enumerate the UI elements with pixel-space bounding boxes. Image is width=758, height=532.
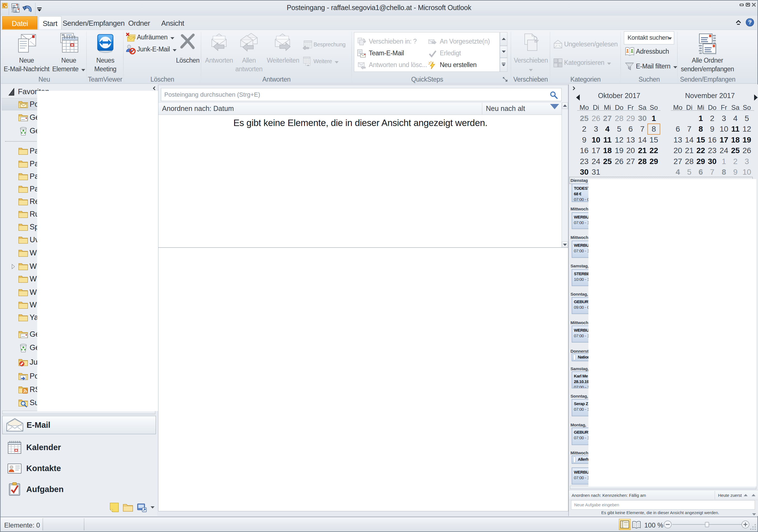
new-meeting-button[interactable]: Neues Meeting bbox=[88, 30, 123, 75]
appointment-day-header[interactable]: Mittwoch bbox=[570, 320, 588, 325]
zoom-level-label[interactable]: 100 % bbox=[644, 521, 663, 529]
calendar-day[interactable]: 5 bbox=[613, 124, 625, 134]
arrange-by-label[interactable]: Anordnen nach: Datum bbox=[162, 104, 234, 113]
calendar-day[interactable]: 15 bbox=[648, 135, 660, 145]
task-arrange-label[interactable]: Anordnen nach: Kennzeichen: Fällig am bbox=[572, 493, 646, 498]
appointment-day-header[interactable]: Montag, bbox=[570, 422, 586, 427]
calendar-day[interactable]: 1 bbox=[718, 156, 730, 167]
module-button-email[interactable]: E-Mail bbox=[2, 416, 156, 434]
navpane-more-button[interactable] bbox=[150, 505, 156, 510]
send-receive-all-button[interactable]: Alle Ordner senden/empfangen bbox=[679, 30, 736, 75]
minimize-ribbon-button[interactable] bbox=[734, 18, 742, 27]
shortcuts-button[interactable] bbox=[137, 501, 148, 514]
kontakt-suchen-combo[interactable]: Kontakt suchen bbox=[624, 31, 674, 45]
calendar-day[interactable]: 23 bbox=[706, 145, 718, 156]
calendar-day[interactable]: 25 bbox=[578, 113, 590, 124]
list-scrollbar[interactable] bbox=[562, 103, 568, 248]
minimize-button[interactable] bbox=[740, 3, 744, 6]
calendar-day[interactable]: 27 bbox=[672, 156, 684, 167]
calendar-day[interactable]: 1 bbox=[648, 113, 660, 124]
tab-start[interactable]: Start bbox=[39, 16, 61, 30]
module-button-aufgaben[interactable]: Aufgaben bbox=[2, 480, 156, 498]
zoom-slider[interactable] bbox=[664, 520, 750, 529]
calendar-day[interactable]: 7 bbox=[683, 124, 695, 134]
calendar-day[interactable]: 16 bbox=[706, 135, 718, 145]
calendar-day[interactable]: 25 bbox=[730, 145, 741, 156]
calendar-day[interactable]: 13 bbox=[672, 135, 684, 145]
calendar-day[interactable]: 20 bbox=[625, 145, 637, 156]
calendar-day[interactable]: 21 bbox=[637, 145, 648, 156]
scroll-down-button[interactable] bbox=[562, 241, 568, 248]
quickstep-item[interactable]: An Vorgesetzte(n) bbox=[428, 36, 496, 48]
calendar-day[interactable]: 12 bbox=[613, 135, 625, 145]
calendar-day[interactable]: 11 bbox=[602, 135, 613, 145]
calendar-day[interactable]: 5 bbox=[741, 113, 753, 124]
task-scroll-down-icon[interactable] bbox=[751, 511, 757, 517]
expand-arrow-icon[interactable] bbox=[11, 263, 16, 270]
calendar-day[interactable]: 4 bbox=[602, 124, 613, 134]
calendar-day[interactable]: 7 bbox=[706, 167, 718, 177]
calendar-day[interactable]: 30 bbox=[706, 156, 718, 167]
task-sort-label[interactable]: Heute zuerst bbox=[718, 493, 742, 498]
quicksteps-scroll-up[interactable] bbox=[500, 32, 507, 46]
appointment-day-header[interactable]: Sonntag, bbox=[570, 292, 588, 297]
appointment-day-header[interactable]: Sonntag, bbox=[570, 394, 588, 399]
junk-button[interactable]: Junk-E-Mail bbox=[126, 44, 173, 55]
task-scroll-up-icon[interactable] bbox=[750, 493, 757, 498]
calendar-day[interactable]: 6 bbox=[695, 167, 706, 177]
calendar-day[interactable]: 2 bbox=[730, 156, 741, 167]
calendar-day[interactable]: 19 bbox=[741, 135, 753, 145]
list-header[interactable]: Anordnen nach: Datum Neu nach alt bbox=[158, 103, 563, 115]
appointment-day-header[interactable]: Mittwoch bbox=[570, 450, 588, 455]
calendar-day[interactable]: 6 bbox=[672, 124, 684, 134]
kategorisieren-button[interactable]: Kategorisieren bbox=[553, 57, 623, 68]
search-input[interactable]: Posteingang durchsuchen (Strg+E) bbox=[161, 88, 562, 101]
weiterleiten-button[interactable]: Weiterleiten bbox=[265, 30, 301, 75]
calendar-day[interactable]: 29 bbox=[625, 113, 637, 124]
task-list-header[interactable]: Anordnen nach: Kennzeichen: Fällig am He… bbox=[569, 490, 758, 500]
calendar-day[interactable]: 28 bbox=[637, 156, 648, 167]
verschieben-button[interactable]: Verschieben bbox=[512, 30, 550, 75]
quickstep-item[interactable]: Verschieben in: ? bbox=[357, 36, 425, 48]
calendar-day[interactable]: 25 bbox=[602, 156, 613, 167]
help-button[interactable]: ? bbox=[745, 18, 754, 27]
besprechung-button[interactable]: Besprechung bbox=[302, 39, 351, 50]
collapse-todobar-button[interactable] bbox=[572, 86, 576, 91]
calendar-day[interactable]: 2 bbox=[578, 124, 590, 134]
calendar-day[interactable]: 10 bbox=[741, 167, 753, 177]
sort-order-label[interactable]: Neu nach alt bbox=[486, 104, 525, 113]
calendar-day[interactable]: 4 bbox=[672, 167, 684, 177]
calendar-day[interactable]: 4 bbox=[730, 113, 741, 124]
calendar-day[interactable]: 29 bbox=[695, 156, 706, 167]
module-button-kontakte[interactable]: Kontakte bbox=[2, 459, 156, 478]
tab-senden-empfangen[interactable]: Senden/Empfangen bbox=[63, 16, 122, 30]
calendar-day[interactable]: 9 bbox=[730, 167, 741, 177]
calendar-day[interactable]: 5 bbox=[683, 167, 695, 177]
close-button[interactable] bbox=[752, 3, 756, 7]
calendar-day[interactable]: 13 bbox=[625, 135, 637, 145]
calendar-day[interactable]: 24 bbox=[718, 145, 730, 156]
tab-datei[interactable]: Datei bbox=[2, 16, 37, 30]
calendar-day[interactable]: 11 bbox=[730, 124, 741, 134]
calendar-day[interactable]: 10 bbox=[718, 124, 730, 134]
calendar-day[interactable]: 31 bbox=[590, 167, 602, 177]
calendar-day[interactable]: 26 bbox=[613, 156, 625, 167]
calendar-day[interactable]: 30 bbox=[578, 167, 590, 177]
calendar-day[interactable]: 19 bbox=[613, 145, 625, 156]
tab-ordner[interactable]: Ordner bbox=[123, 16, 155, 30]
navpane-splitter[interactable] bbox=[2, 411, 155, 414]
quickstep-item[interactable]: Antworten und lösc... bbox=[357, 59, 425, 71]
calendar-day[interactable]: 9 bbox=[578, 135, 590, 145]
search-icon[interactable] bbox=[550, 91, 558, 99]
scroll-up-button[interactable] bbox=[562, 103, 568, 109]
calendar-day[interactable]: 18 bbox=[730, 135, 741, 145]
quicksteps-dialog-launcher[interactable] bbox=[502, 76, 508, 83]
resize-grip[interactable] bbox=[749, 523, 757, 531]
calendar-day[interactable]: 14 bbox=[637, 135, 648, 145]
calendar-day[interactable]: 15 bbox=[695, 135, 706, 145]
quickstep-item[interactable]: Erledigt bbox=[428, 48, 496, 59]
calendar-day[interactable]: 18 bbox=[602, 145, 613, 156]
calendar-day[interactable]: 12 bbox=[741, 124, 753, 134]
reading-view-button[interactable] bbox=[632, 519, 642, 530]
calendar-day[interactable]: 22 bbox=[695, 145, 706, 156]
